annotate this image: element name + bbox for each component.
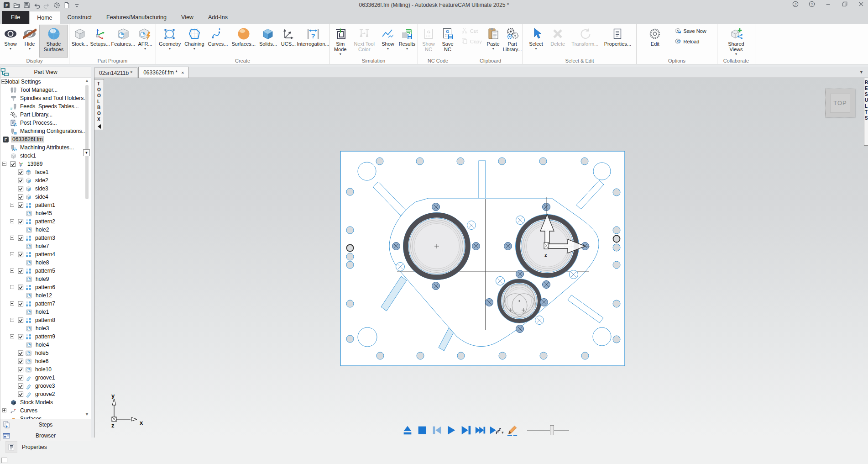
- surfaces--button[interactable]: Surfaces...: [230, 25, 257, 58]
- close-tab-icon[interactable]: ×: [181, 70, 184, 75]
- new-document-icon[interactable]: [63, 1, 70, 9]
- checkbox-checked[interactable]: [18, 186, 24, 192]
- tree-item-pattern9[interactable]: pattern9: [0, 332, 91, 341]
- eject-button[interactable]: [401, 423, 413, 437]
- checkbox-checked[interactable]: [18, 367, 24, 373]
- tree-item-groove1[interactable]: groove1: [0, 374, 91, 382]
- checkbox-checked[interactable]: [18, 359, 24, 364]
- checkbox-checked[interactable]: [18, 391, 24, 397]
- stock--button[interactable]: Stock...: [70, 25, 89, 58]
- save-nc-button[interactable]: GSave NC: [438, 25, 457, 58]
- tree-item-feeds-speeds-tables[interactable]: Feeds Speeds Tables...: [0, 102, 91, 111]
- tree-item-hole10[interactable]: hole10: [0, 365, 91, 374]
- tree-item-groove2[interactable]: groove2: [0, 390, 91, 398]
- document-tab-02sn14211b[interactable]: 02sn14211b *: [94, 68, 137, 78]
- tree-item-pattern2[interactable]: pattern2: [0, 217, 91, 226]
- selected-item-dropdown[interactable]: ▼: [83, 149, 90, 156]
- transform--button[interactable]: Transform...: [570, 25, 600, 58]
- toolbox-collapse-icon[interactable]: [98, 124, 101, 129]
- tree-item-13989[interactable]: 13989: [0, 160, 91, 168]
- next-tool-color-button[interactable]: Next Tool Color: [350, 25, 378, 58]
- geometry-button[interactable]: Geometry▾: [157, 25, 183, 58]
- checkbox-checked[interactable]: [10, 161, 16, 167]
- collapse-toggle[interactable]: [10, 301, 14, 306]
- dropdown-arrow-icon[interactable]: ▾: [144, 47, 146, 51]
- chaining-button[interactable]: Chaining▾: [183, 25, 206, 58]
- cad-drawing[interactable]: z y x z: [94, 78, 868, 438]
- dropdown-arrow-icon[interactable]: ▾: [406, 47, 408, 51]
- checkbox-checked[interactable]: [18, 334, 24, 340]
- tree-item-hole8[interactable]: hole8: [0, 258, 91, 267]
- play-button[interactable]: [445, 423, 457, 437]
- help-button[interactable]: ?: [809, 1, 815, 9]
- tree-item-hole5[interactable]: hole5: [0, 349, 91, 357]
- ucs--button[interactable]: UCS...: [279, 25, 298, 58]
- dropdown-arrow-icon[interactable]: ▾: [10, 47, 11, 51]
- tree-item-0633626f-fm[interactable]: F0633626f.fm: [0, 135, 91, 143]
- tree-item-groove3[interactable]: groove3: [0, 382, 91, 390]
- ribbon-tab-construct[interactable]: Construct: [60, 11, 99, 24]
- tree-item-pattern5[interactable]: pattern5: [0, 267, 91, 275]
- expand-toggle[interactable]: [2, 408, 6, 412]
- checkbox-checked[interactable]: [18, 235, 24, 241]
- tree-item-hole7[interactable]: hole7: [0, 242, 91, 250]
- checkbox-checked[interactable]: [18, 285, 24, 290]
- qat-overflow-icon[interactable]: [73, 1, 80, 9]
- dropdown-arrow-icon[interactable]: ▾: [340, 53, 341, 56]
- redo-icon[interactable]: [43, 1, 50, 9]
- collapse-toggle[interactable]: [10, 236, 14, 240]
- tree-item-side4[interactable]: side4: [0, 193, 91, 201]
- properties--button[interactable]: Properties...: [602, 25, 633, 58]
- tree-item-side2[interactable]: side2: [0, 176, 91, 185]
- ribbon-tab-file[interactable]: File: [2, 11, 29, 24]
- minimize-button[interactable]: [825, 1, 831, 9]
- tree-item-curves[interactable]: Curves: [0, 406, 91, 415]
- checkbox-checked[interactable]: [18, 383, 24, 389]
- checkbox-checked[interactable]: [18, 268, 24, 274]
- save-now-button[interactable]: Save Now: [673, 26, 708, 36]
- curves--button[interactable]: Curves...: [206, 25, 230, 58]
- checkbox-checked[interactable]: [18, 301, 24, 307]
- collapse-toggle[interactable]: [1, 79, 5, 84]
- tree-item-machining-attributes[interactable]: Machining Attributes...: [0, 143, 91, 152]
- dropdown-arrow-icon[interactable]: ▾: [735, 53, 737, 56]
- tree-item-pattern8[interactable]: pattern8: [0, 316, 91, 324]
- reload-button[interactable]: Reload: [673, 37, 708, 46]
- collapse-toggle[interactable]: [10, 252, 14, 256]
- part-library--button[interactable]: Part Library...: [503, 25, 522, 58]
- collapse-toggle[interactable]: [2, 162, 6, 166]
- panel-corner-icon[interactable]: [1, 458, 7, 463]
- select-button[interactable]: Select▾: [527, 25, 546, 58]
- tree-item-pattern1[interactable]: pattern1: [0, 201, 91, 209]
- results-flyout-tab[interactable]: RESULTS: [864, 78, 868, 146]
- tree-item-hole45[interactable]: hole45: [0, 209, 91, 217]
- restore-button[interactable]: [842, 1, 848, 9]
- checkbox-checked[interactable]: [18, 350, 24, 356]
- tree-item-post-process[interactable]: Post Process...: [0, 119, 91, 127]
- scroll-down-icon[interactable]: ▼: [84, 412, 89, 417]
- tree-item-stock1[interactable]: stock1: [0, 152, 91, 160]
- collapse-toggle[interactable]: [10, 334, 14, 338]
- checkbox-checked[interactable]: [18, 178, 24, 184]
- setups--button[interactable]: Setups...: [89, 25, 110, 58]
- tree-item-tool-manager[interactable]: Tool Manager...: [0, 86, 91, 94]
- sim-mode-button[interactable]: Sim Mode▾: [330, 25, 350, 58]
- tree-item-stock-models[interactable]: Stock Models: [0, 398, 91, 406]
- view-cube-face[interactable]: TOP: [830, 94, 850, 113]
- dropdown-arrow-icon[interactable]: ▾: [492, 47, 494, 51]
- tree-item-hole12[interactable]: hole12: [0, 291, 91, 300]
- stop-button[interactable]: [416, 423, 428, 437]
- checkbox-checked[interactable]: [18, 194, 24, 200]
- tab-overflow-icon[interactable]: ▼: [859, 70, 863, 74]
- cut-button[interactable]: Cut: [459, 26, 484, 36]
- tree-item-part-library[interactable]: Part Library...: [0, 111, 91, 119]
- tree-item-global-settings[interactable]: Global Settings: [0, 78, 91, 86]
- collapse-toggle[interactable]: [10, 269, 14, 273]
- checkbox-checked[interactable]: [18, 252, 24, 258]
- tree-item-side3[interactable]: side3: [0, 185, 91, 193]
- settings-gear-icon[interactable]: [53, 1, 60, 9]
- tree-item-pattern4[interactable]: pattern4: [0, 250, 91, 258]
- paste-button[interactable]: Paste▾: [484, 25, 503, 58]
- tree-item-pattern3[interactable]: pattern3: [0, 234, 91, 242]
- browser-tab[interactable]: Browser: [0, 430, 91, 441]
